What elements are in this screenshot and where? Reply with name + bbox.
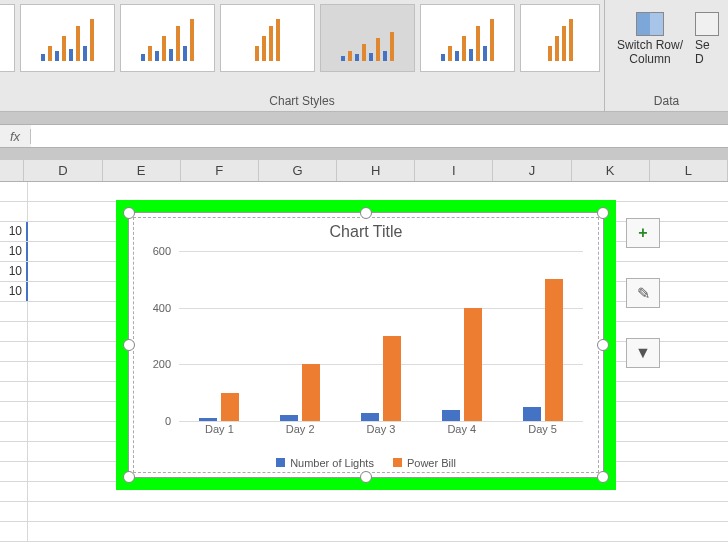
- highlight-overlay: Chart Title 0200400600 Day 1Day 2Day 3Da…: [116, 200, 616, 490]
- bar[interactable]: [199, 418, 217, 421]
- y-tick-label: 400: [153, 302, 171, 314]
- column-header[interactable]: D: [24, 160, 102, 181]
- bar[interactable]: [523, 407, 541, 421]
- legend-item: Number of Lights: [276, 457, 374, 469]
- y-tick-label: 600: [153, 245, 171, 257]
- resize-handle[interactable]: [597, 207, 609, 219]
- data-group: Switch Row/ Column Se D Data: [604, 0, 728, 112]
- select-data-button[interactable]: Se D: [695, 12, 725, 67]
- chart-object[interactable]: Chart Title 0200400600 Day 1Day 2Day 3Da…: [128, 212, 604, 478]
- chart-style-thumbnail[interactable]: [320, 4, 415, 72]
- column-header[interactable]: G: [259, 160, 337, 181]
- ribbon-group-label: Chart Styles: [0, 94, 604, 108]
- column-header[interactable]: L: [650, 160, 728, 181]
- bar[interactable]: [545, 279, 563, 421]
- cell[interactable]: 10: [0, 262, 28, 281]
- column-header[interactable]: [0, 160, 24, 181]
- chart-style-thumbnail[interactable]: [220, 4, 315, 72]
- y-axis: 0200400600: [139, 251, 175, 421]
- chart-styles-group: Chart Styles: [0, 0, 604, 112]
- x-tick-label: Day 1: [179, 423, 260, 441]
- bar[interactable]: [302, 364, 320, 421]
- chart-filters-button[interactable]: ▼: [626, 338, 660, 368]
- column-headers: D E F G H I J K L: [0, 160, 728, 182]
- x-tick-label: Day 4: [421, 423, 502, 441]
- cell[interactable]: 10: [0, 282, 28, 301]
- switch-row-column-button[interactable]: Switch Row/ Column: [611, 12, 689, 67]
- column-header[interactable]: F: [181, 160, 259, 181]
- ribbon: Chart Styles Switch Row/ Column Se D Dat…: [0, 0, 728, 112]
- legend-swatch: [393, 458, 402, 467]
- bar[interactable]: [464, 308, 482, 421]
- switch-row-column-label: Switch Row/ Column: [611, 38, 689, 67]
- chart-style-thumbnail[interactable]: [520, 4, 600, 72]
- fx-icon[interactable]: fx: [0, 129, 31, 144]
- bar-group: [421, 251, 502, 421]
- resize-handle[interactable]: [597, 471, 609, 483]
- select-data-icon: [695, 12, 719, 36]
- brush-icon: ✎: [637, 284, 650, 303]
- legend-label: Power Bill: [407, 457, 456, 469]
- bar-group: [179, 251, 260, 421]
- chart-style-thumbnail[interactable]: [420, 4, 515, 72]
- bar[interactable]: [280, 415, 298, 421]
- chart-style-thumbnail[interactable]: [120, 4, 215, 72]
- chart-styles-button[interactable]: ✎: [626, 278, 660, 308]
- column-header[interactable]: J: [493, 160, 571, 181]
- bar-group: [260, 251, 341, 421]
- formula-input[interactable]: [31, 125, 728, 147]
- x-tick-label: Day 3: [341, 423, 422, 441]
- chart-style-thumbnail[interactable]: [20, 4, 115, 72]
- y-tick-label: 0: [165, 415, 171, 427]
- legend-label: Number of Lights: [290, 457, 374, 469]
- cell[interactable]: 10: [0, 222, 28, 241]
- y-tick-label: 200: [153, 358, 171, 370]
- x-axis: Day 1Day 2Day 3Day 4Day 5: [179, 423, 583, 441]
- bar[interactable]: [442, 410, 460, 421]
- bar[interactable]: [221, 393, 239, 421]
- plus-icon: +: [638, 224, 647, 242]
- cell[interactable]: 10: [0, 242, 28, 261]
- filter-icon: ▼: [635, 344, 651, 362]
- resize-handle[interactable]: [360, 207, 372, 219]
- chart-style-thumbnail[interactable]: [0, 4, 15, 72]
- x-tick-label: Day 5: [502, 423, 583, 441]
- resize-handle[interactable]: [597, 339, 609, 351]
- column-header[interactable]: H: [337, 160, 415, 181]
- x-tick-label: Day 2: [260, 423, 341, 441]
- legend-item: Power Bill: [393, 457, 456, 469]
- select-data-label: Se D: [695, 38, 725, 67]
- resize-handle[interactable]: [360, 471, 372, 483]
- formula-bar: fx: [0, 124, 728, 148]
- bar[interactable]: [383, 336, 401, 421]
- bar[interactable]: [361, 413, 379, 422]
- switch-row-column-icon: [636, 12, 664, 36]
- resize-handle[interactable]: [123, 471, 135, 483]
- ribbon-group-label: Data: [605, 94, 728, 108]
- column-header[interactable]: E: [103, 160, 181, 181]
- bar-group: [341, 251, 422, 421]
- resize-handle[interactable]: [123, 339, 135, 351]
- chart-elements-button[interactable]: +: [626, 218, 660, 248]
- legend-swatch: [276, 458, 285, 467]
- bar-group: [502, 251, 583, 421]
- plot-area: [179, 251, 583, 421]
- legend: Number of Lights Power Bill: [129, 457, 603, 470]
- resize-handle[interactable]: [123, 207, 135, 219]
- column-header[interactable]: I: [415, 160, 493, 181]
- column-header[interactable]: K: [572, 160, 650, 181]
